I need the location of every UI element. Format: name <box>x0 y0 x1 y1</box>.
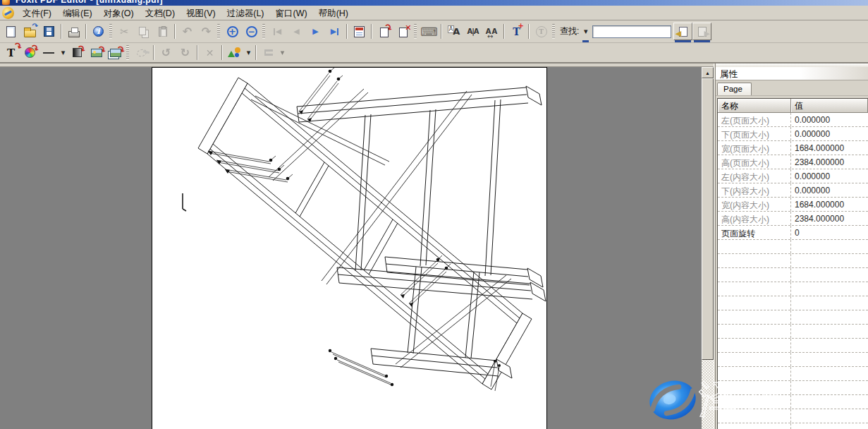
property-row-empty <box>718 240 868 254</box>
color-picker-button[interactable] <box>20 44 39 61</box>
property-row: 左(页面大小)0.000000 <box>718 113 868 127</box>
toolbar-separator <box>61 24 62 39</box>
property-value[interactable]: 0.000000 <box>791 127 868 140</box>
menu-item-编辑[interactable]: 编辑(E) <box>57 7 98 20</box>
cut-button <box>115 23 134 40</box>
menu-item-过滤器[interactable]: 过滤器(L) <box>221 7 270 20</box>
scrollbar-thumb[interactable] <box>702 78 714 360</box>
toolbar-separator <box>85 24 87 39</box>
keyboard-button[interactable] <box>420 23 439 40</box>
find-input[interactable] <box>592 25 671 38</box>
toolbar-separator <box>174 24 176 39</box>
delete-object-icon <box>203 46 216 59</box>
menu-item-视图[interactable]: 视图(V) <box>181 7 221 20</box>
property-value <box>791 395 868 409</box>
tab-page[interactable]: Page <box>717 83 752 95</box>
toolbar-grip[interactable] <box>552 24 555 39</box>
redo-button <box>197 23 216 40</box>
scrollbar-up-arrow[interactable] <box>702 67 714 78</box>
menu-item-文档[interactable]: 文档(D) <box>140 7 181 20</box>
pdf-page[interactable] <box>152 67 547 429</box>
replace-image-button[interactable] <box>106 44 125 61</box>
title-bar[interactable]: Foxit PDF Editor - [unfixdang.pdf] <box>0 0 868 6</box>
property-value[interactable]: 2384.000000 <box>791 212 868 225</box>
menu-item-对象[interactable]: 对象(O) <box>98 7 140 20</box>
property-row-empty <box>718 395 868 409</box>
property-value[interactable]: 1684.000000 <box>791 141 868 155</box>
last-page-button[interactable] <box>325 23 344 40</box>
rotate-right-icon <box>178 46 192 59</box>
undo-button <box>178 23 197 40</box>
align-tool-icon <box>263 48 274 57</box>
properties-table: 名称 值 左(页面大小)0.000000下(页面大小)0.000000宽(页面大… <box>717 98 868 429</box>
menu-item-文件[interactable]: 文件(F) <box>17 7 57 20</box>
last-page-icon <box>328 25 341 38</box>
paste-button <box>153 23 172 40</box>
property-row-empty <box>718 339 868 353</box>
app-logo-icon <box>2 7 14 19</box>
property-value <box>791 254 868 267</box>
text-attributes-button[interactable] <box>1 44 20 61</box>
kerning-tool-button[interactable] <box>463 23 482 40</box>
page-setup-button[interactable] <box>350 23 369 40</box>
next-page-button[interactable] <box>306 23 325 40</box>
shapes-tool-button[interactable] <box>225 44 244 61</box>
window-title: Foxit PDF Editor - [unfixdang.pdf] <box>16 0 163 5</box>
vertical-scrollbar[interactable] <box>702 67 714 429</box>
property-value[interactable]: 2384.000000 <box>791 155 868 169</box>
edit-image-button[interactable] <box>87 44 106 61</box>
zoom-out-icon <box>246 26 257 37</box>
find-previous-button[interactable] <box>673 23 692 40</box>
toolbar-grip[interactable] <box>217 24 220 39</box>
property-row: 下(内容大小)0.000000 <box>718 183 868 198</box>
property-row-empty <box>718 254 868 268</box>
property-value[interactable]: 0.000000 <box>791 169 868 183</box>
add-text-button[interactable] <box>507 23 526 40</box>
find-dropdown-button[interactable] <box>581 23 590 40</box>
find-next-icon <box>698 27 707 37</box>
property-row-empty <box>718 268 868 282</box>
document-canvas[interactable] <box>0 64 714 429</box>
insert-page-button[interactable] <box>374 23 393 40</box>
property-name <box>718 381 791 394</box>
spacing-tool-button[interactable] <box>482 23 501 40</box>
scrollbar-track[interactable] <box>702 360 714 429</box>
delete-page-button[interactable] <box>393 23 412 40</box>
print-icon <box>68 31 80 37</box>
prev-page-button <box>287 23 306 40</box>
menu-item-帮助[interactable]: 帮助(H) <box>313 7 354 20</box>
zoom-out-button[interactable] <box>242 23 261 40</box>
menu-item-窗口[interactable]: 窗口(W) <box>270 7 313 20</box>
document-info-button[interactable] <box>89 23 108 40</box>
property-value[interactable]: 0.000000 <box>791 113 868 126</box>
font-tool-button[interactable] <box>444 23 463 40</box>
print-button[interactable] <box>64 23 83 40</box>
property-name <box>718 240 791 253</box>
column-header-name[interactable]: 名称 <box>718 99 791 113</box>
fill-style-button[interactable] <box>68 44 87 61</box>
toolbar-grip[interactable] <box>109 24 112 39</box>
dropdown-arrow-button[interactable] <box>244 44 253 61</box>
zoom-in-button[interactable] <box>223 23 242 40</box>
save-file-button[interactable] <box>39 23 59 40</box>
property-value[interactable]: 1684.000000 <box>791 198 868 211</box>
property-row-empty <box>718 310 868 325</box>
text-circle-button <box>532 23 551 40</box>
property-name: 宽(内容大小) <box>718 198 791 211</box>
property-name: 宽(页面大小) <box>718 141 791 155</box>
property-value[interactable]: 0.000000 <box>791 183 868 197</box>
property-row-empty <box>718 296 868 310</box>
line-width-button[interactable] <box>39 44 59 61</box>
property-name: 高(页面大小) <box>718 155 791 169</box>
clone-tool-button <box>132 44 151 61</box>
property-value[interactable]: 0 <box>791 226 868 239</box>
open-file-button[interactable] <box>20 23 39 40</box>
dropdown-arrow-button[interactable] <box>59 44 68 61</box>
property-name <box>718 296 791 310</box>
column-header-value[interactable]: 值 <box>791 99 868 113</box>
toolbar-grip[interactable] <box>262 24 265 39</box>
property-value <box>791 339 868 352</box>
toolbar-separator <box>441 24 442 39</box>
toolbar-grip[interactable] <box>414 24 417 39</box>
new-file-button[interactable] <box>1 23 20 40</box>
